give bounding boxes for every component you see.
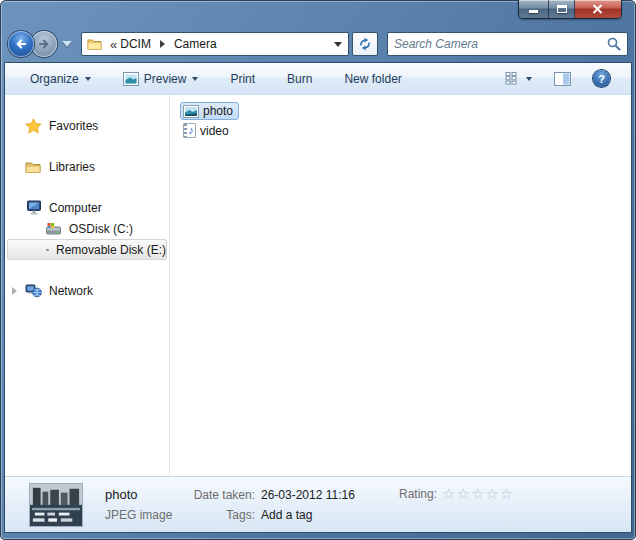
address-bar[interactable]: « DCIM Camera [81,32,349,56]
content-shell: Organize Preview Print [4,62,632,533]
preview-pane-button[interactable] [545,67,580,91]
preview-button[interactable]: Preview [114,67,208,91]
sidebar-label: OSDisk (C:) [69,222,133,236]
tags-value[interactable]: Add a tag [261,505,355,525]
sidebar-item-network[interactable]: Network [5,280,169,301]
search-icon[interactable] [607,37,621,51]
new-folder-label: New folder [344,72,401,86]
burn-label: Burn [287,72,312,86]
preview-image-icon [123,72,139,86]
hard-disk-icon [45,222,62,236]
file-item-video[interactable]: ♪ video [180,121,235,140]
details-file-type: JPEG image [105,505,181,525]
rating-star-icon[interactable]: ☆ [471,486,485,502]
back-button[interactable] [8,31,34,57]
rating-row: Rating: ☆ ☆ ☆ ☆ ☆ [399,486,514,502]
forward-button[interactable] [31,31,57,57]
new-folder-button[interactable]: New folder [335,67,410,91]
chevron-down-icon [526,77,532,81]
navigation-bar: « DCIM Camera [8,28,628,60]
sidebar-item-removable-disk-e[interactable]: Removable Disk (E:) [7,239,167,260]
file-name: photo [203,104,233,118]
file-list: photo ♪ video [170,95,631,476]
minimize-icon [529,10,538,13]
close-icon [592,4,603,14]
video-file-icon: ♪ [183,123,196,138]
removable-disk-icon [46,244,49,256]
date-taken-label: Date taken: [181,485,255,505]
photo-file-icon [183,105,199,118]
change-view-button[interactable] [496,67,541,90]
sidebar-item-favorites[interactable]: Favorites [5,115,169,136]
tags-label: Tags: [181,505,255,525]
content-area: Favorites Libraries [5,95,631,476]
preview-label: Preview [144,72,187,86]
rating-star-icon[interactable]: ☆ [485,486,499,502]
chevron-down-icon [85,77,91,81]
search-box [387,32,628,56]
print-button[interactable]: Print [221,67,264,91]
rating-label: Rating: [399,487,437,501]
expander-icon[interactable] [12,287,17,295]
rating-star-icon[interactable]: ☆ [500,486,514,502]
refresh-button[interactable] [352,32,378,56]
rating-star-icon[interactable]: ☆ [456,486,470,502]
folder-icon [87,37,104,51]
rating-star-icon[interactable]: ☆ [442,486,456,502]
sidebar-item-osdisk-c[interactable]: OSDisk (C:) [5,218,169,239]
sidebar-label: Libraries [49,160,95,174]
sidebar-label: Favorites [49,119,98,133]
close-button[interactable] [575,0,621,18]
sidebar-item-computer[interactable]: Computer [5,197,169,218]
burn-button[interactable]: Burn [278,67,321,91]
views-grid-icon [505,72,520,85]
sidebar-label: Network [49,284,93,298]
photo-thumbnail [29,483,83,527]
search-input[interactable] [394,37,607,51]
preview-pane-icon [554,72,571,86]
address-dropdown-button[interactable] [328,33,348,55]
minimize-button[interactable] [519,0,549,18]
breadcrumb-overflow-icon[interactable]: « [110,37,116,52]
help-button[interactable]: ? [584,65,619,92]
recent-pages-dropdown[interactable] [62,41,72,47]
sidebar-label: Removable Disk (E:) [56,243,166,257]
details-file-name: photo [105,485,181,505]
caption-buttons [518,0,622,19]
print-label: Print [230,72,255,86]
sidebar-label: Computer [49,201,102,215]
back-arrow-icon [15,38,27,50]
sidebar-item-libraries[interactable]: Libraries [5,156,169,177]
file-item-photo[interactable]: photo [180,102,239,120]
details-pane: photo JPEG image Date taken: 26-03-2012 … [5,476,631,532]
chevron-down-icon [192,77,198,81]
network-icon [25,283,42,298]
breadcrumb-camera[interactable]: Camera [172,35,219,53]
maximize-icon [557,5,567,13]
help-icon: ? [593,70,610,87]
command-toolbar: Organize Preview Print [5,63,631,95]
breadcrumb-separator-icon[interactable] [160,40,165,48]
navigation-pane: Favorites Libraries [5,95,169,476]
libraries-icon [25,160,42,174]
details-properties: Date taken: 26-03-2012 11:16 Tags: Add a… [181,482,355,525]
forward-arrow-icon [38,38,50,50]
date-taken-value: 26-03-2012 11:16 [261,485,355,505]
favorites-star-icon [25,118,42,134]
refresh-icon [358,37,372,51]
organize-label: Organize [30,72,79,86]
maximize-button[interactable] [549,0,575,18]
breadcrumb-dcim[interactable]: DCIM [118,35,153,53]
computer-icon [25,200,42,215]
file-name: video [200,124,229,138]
details-name-column: photo JPEG image [105,482,181,525]
explorer-window: « DCIM Camera Organize [0,0,636,540]
organize-button[interactable]: Organize [21,67,100,91]
